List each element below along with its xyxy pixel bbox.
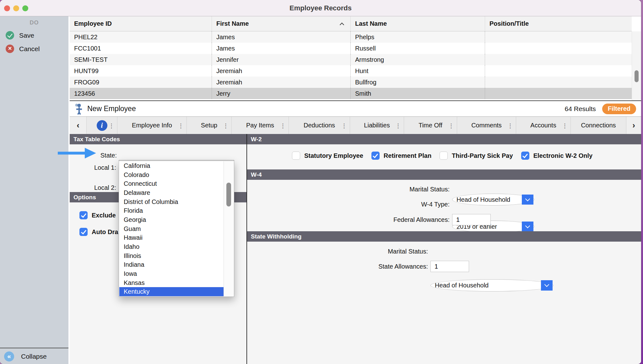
w4-marital-status-label: Marital Status: <box>247 186 450 193</box>
tab-bar: ‹ i ⋮ Employee Info⋮ Setup⋮ Pay Items⋮ D… <box>70 117 641 134</box>
dropdown-option[interactable]: Iowa <box>119 269 224 278</box>
table-row[interactable]: FCC1001JamesRussell <box>70 43 632 54</box>
dropdown-option[interactable]: Kansas <box>119 278 224 287</box>
dropdown-option[interactable]: Indiana <box>119 260 224 269</box>
withholding-panel: W-2 Statutory Employee Retirement Plan <box>247 134 641 364</box>
dropdown-option[interactable]: California <box>119 161 224 170</box>
dropdown-option[interactable]: Colorado <box>119 170 224 179</box>
state-allowances-input[interactable] <box>430 261 469 272</box>
employee-table: Employee ID First Name Last Name Positio… <box>70 16 641 100</box>
tab-accounts[interactable]: Accounts⋮ <box>516 117 571 134</box>
dropdown-option[interactable]: Guam <box>119 224 224 233</box>
tab-info[interactable]: i ⋮ <box>87 117 117 134</box>
do-section-label: DO <box>0 16 68 26</box>
table-row-selected[interactable]: 123456JerrySmith <box>70 88 632 99</box>
title-bar: Employee Records <box>0 0 641 16</box>
third-party-sick-pay-checkbox[interactable] <box>440 152 448 160</box>
window-title: Employee Records <box>289 4 352 12</box>
w4-header: W-4 <box>247 169 641 180</box>
tab-menu-dots-icon[interactable]: ⋮ <box>507 122 513 129</box>
close-window-icon[interactable] <box>4 5 10 11</box>
tab-connections[interactable]: Connections <box>571 117 626 134</box>
column-header-first-name[interactable]: First Name <box>212 16 350 31</box>
tab-menu-dots-icon[interactable]: ⋮ <box>562 122 568 129</box>
dropdown-option[interactable]: Illinois <box>119 251 224 260</box>
collapse-button-label: Collapse <box>21 353 47 360</box>
tabs-scroll-right-button[interactable]: › <box>626 117 641 134</box>
tab-menu-dots-icon[interactable]: ⋮ <box>280 122 286 129</box>
zoom-window-icon[interactable] <box>22 5 28 11</box>
dropdown-option[interactable]: Connecticut <box>119 179 224 188</box>
tab-menu-dots-icon[interactable]: ⋮ <box>341 122 347 129</box>
state-dropdown-list: California Colorado Connecticut Delaware… <box>119 161 234 297</box>
table-row[interactable]: PHEL22JamesPhelps <box>70 31 632 43</box>
cancel-x-icon <box>6 45 14 53</box>
w2-checkbox-group: Statutory Employee Retirement Plan Third… <box>292 152 592 160</box>
tab-liabilities[interactable]: Liabilities⋮ <box>350 117 404 134</box>
table-row[interactable]: FROG09JeremiahBullfrog <box>70 77 632 88</box>
tab-menu-dots-icon[interactable]: ⋮ <box>109 122 114 129</box>
tab-employee-info[interactable]: Employee Info⋮ <box>117 117 187 134</box>
local2-label: Local 2: <box>70 184 116 191</box>
pointer-arrow <box>57 147 97 159</box>
exclude-checkbox[interactable] <box>79 211 88 219</box>
save-button-label: Save <box>19 32 34 39</box>
tab-setup[interactable]: Setup⋮ <box>187 117 232 134</box>
w4-marital-status-select[interactable]: Head of Household <box>452 194 534 206</box>
sw-marital-status-select[interactable]: Head of Household <box>430 279 554 292</box>
federal-allowances-input[interactable] <box>452 214 491 225</box>
dropdown-scrollbar-thumb[interactable] <box>226 183 231 206</box>
tab-menu-dots-icon[interactable]: ⋮ <box>395 122 401 129</box>
minimize-window-icon[interactable] <box>13 5 19 11</box>
save-button[interactable]: Save <box>6 31 68 40</box>
table-row[interactable]: HUNT99JeremiahHunt <box>70 65 632 77</box>
exclude-checkbox-label: Exclude <box>92 212 116 219</box>
tab-time-off[interactable]: Time Off⋮ <box>404 117 457 134</box>
table-scrollbar-thumb[interactable] <box>635 70 639 82</box>
tab-comments[interactable]: Comments⋮ <box>457 117 516 134</box>
dropdown-option[interactable]: Delaware <box>119 188 224 197</box>
record-bar: New Employee 64 Results Filtered <box>70 100 641 117</box>
dropdown-option[interactable]: Hawaii <box>119 233 224 242</box>
dropdown-option[interactable]: Florida <box>119 206 224 215</box>
electronic-w2-only-checkbox[interactable] <box>521 152 529 160</box>
results-count: 64 Results <box>565 105 596 113</box>
dropdown-option[interactable]: Georgia <box>119 215 224 224</box>
sidebar-divider <box>0 348 68 348</box>
window-controls <box>4 5 28 11</box>
chevron-down-icon[interactable] <box>522 222 533 232</box>
table-scrollbar[interactable] <box>632 31 641 100</box>
dropdown-scrollbar[interactable] <box>224 161 234 296</box>
collapse-chevrons-icon <box>4 351 14 361</box>
tab-deductions[interactable]: Deductions⋮ <box>289 117 350 134</box>
dropdown-option[interactable]: Idaho <box>119 242 224 251</box>
column-header-employee-id[interactable]: Employee ID <box>70 16 212 31</box>
auto-draw-checkbox-row: Auto Dra <box>79 228 118 236</box>
auto-draw-checkbox[interactable] <box>79 228 88 236</box>
chevron-down-icon[interactable] <box>541 280 553 291</box>
record-title: New Employee <box>87 104 136 113</box>
column-header-last-name[interactable]: Last Name <box>350 16 485 31</box>
tab-menu-dots-icon[interactable]: ⋮ <box>178 122 184 129</box>
tab-menu-dots-icon[interactable]: ⋮ <box>223 122 229 129</box>
column-header-position-title[interactable]: Position/Title <box>485 16 632 31</box>
retirement-plan-checkbox[interactable] <box>371 152 380 160</box>
federal-allowances-label: Federal Allowances: <box>247 216 450 223</box>
tab-menu-dots-icon[interactable]: ⋮ <box>448 122 454 129</box>
table-partial-row <box>70 99 632 100</box>
filtered-badge[interactable]: Filtered <box>602 104 636 114</box>
save-check-icon <box>6 31 14 40</box>
tabs-scroll-left-button[interactable]: ‹ <box>70 117 87 134</box>
statutory-employee-row: Statutory Employee <box>292 152 363 160</box>
third-party-sick-pay-row: Third-Party Sick Pay <box>440 152 513 160</box>
dropdown-option-selected[interactable]: Kentucky <box>119 287 224 296</box>
electronic-w2-only-row: Electronic W-2 Only <box>521 152 593 160</box>
cancel-button[interactable]: Cancel <box>6 45 68 53</box>
table-header-row: Employee ID First Name Last Name Positio… <box>70 16 632 31</box>
dropdown-option[interactable]: District of Columbia <box>119 197 224 206</box>
statutory-employee-checkbox[interactable] <box>292 152 300 160</box>
table-row[interactable]: SEMI-TESTJenniferArmstrong <box>70 54 632 65</box>
collapse-button[interactable]: Collapse <box>0 349 68 364</box>
chevron-down-icon[interactable] <box>522 195 533 205</box>
tab-pay-items[interactable]: Pay Items⋮ <box>232 117 289 134</box>
